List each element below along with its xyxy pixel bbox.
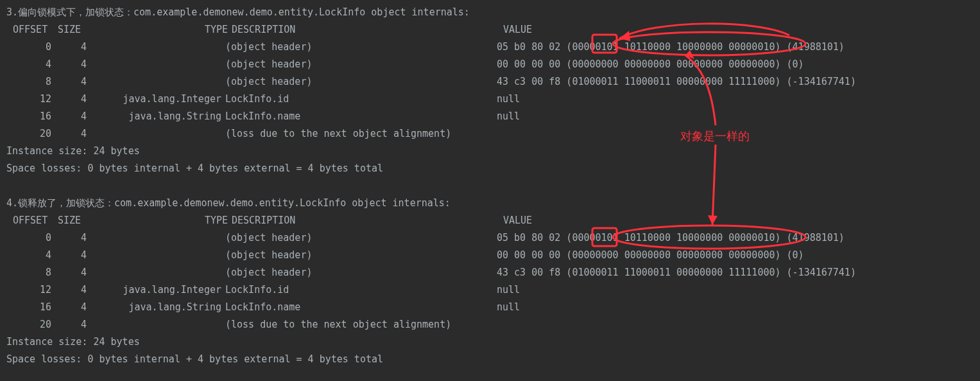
table-row: 164java.lang.StringLockInfo.namenull bbox=[6, 299, 974, 316]
blank-line bbox=[6, 177, 974, 195]
cell-desc: (object header) bbox=[225, 264, 497, 281]
block-title: 3.偏向锁模式下，加锁状态：com.example.demonew.demo.e… bbox=[6, 6, 470, 18]
cell-offset: 8 bbox=[6, 73, 51, 91]
table-row: 84(object header)43 c3 00 f8 (01000011 1… bbox=[6, 264, 974, 281]
cell-value: null bbox=[497, 299, 520, 316]
footer-line: Space losses: 0 bytes internal + 4 bytes… bbox=[6, 351, 974, 368]
table-row: 04(object header)05 b0 80 02 (00000101 1… bbox=[6, 229, 974, 247]
block-title-line: 3.偏向锁模式下，加锁状态：com.example.demonew.demo.e… bbox=[6, 4, 974, 21]
hdr-offset: OFFSET bbox=[6, 21, 58, 39]
table-row: 44(object header)00 00 00 00 (00000000 0… bbox=[6, 247, 974, 264]
table-header: OFFSETSIZETYPEDESCRIPTIONVALUE bbox=[6, 212, 974, 229]
cell-desc: LockInfo.id bbox=[225, 91, 497, 108]
table-row: 164java.lang.StringLockInfo.namenull bbox=[6, 108, 974, 125]
cell-size: 4 bbox=[51, 39, 87, 56]
footer-instance-size: Instance size: 24 bytes bbox=[6, 336, 140, 348]
cell-type: java.lang.String bbox=[87, 299, 225, 316]
footer-space-losses: Space losses: 0 bytes internal + 4 bytes… bbox=[6, 163, 383, 174]
cell-desc: (object header) bbox=[225, 229, 497, 247]
hdr-desc: DESCRIPTION bbox=[232, 21, 503, 39]
cell-size: 4 bbox=[51, 316, 87, 333]
cell-size: 4 bbox=[51, 73, 87, 91]
cell-offset: 16 bbox=[6, 299, 51, 316]
footer-line: Instance size: 24 bytes bbox=[6, 143, 974, 160]
table-row: 204(loss due to the next object alignmen… bbox=[6, 125, 974, 143]
cell-desc: (loss due to the next object alignment) bbox=[225, 125, 497, 143]
table-row: 44(object header)00 00 00 00 (00000000 0… bbox=[6, 56, 974, 73]
hdr-type: TYPE bbox=[93, 21, 232, 39]
cell-desc: (object header) bbox=[225, 247, 497, 264]
hdr-value: VALUE bbox=[503, 212, 532, 229]
cell-size: 4 bbox=[51, 264, 87, 281]
cell-desc: LockInfo.id bbox=[225, 281, 497, 299]
cell-type: java.lang.Integer bbox=[87, 281, 225, 299]
hdr-value: VALUE bbox=[503, 21, 532, 39]
cell-value: 05 b0 80 02 (00000101 10110000 10000000 … bbox=[497, 229, 845, 247]
cell-offset: 0 bbox=[6, 39, 51, 56]
cell-value: null bbox=[497, 108, 520, 125]
cell-size: 4 bbox=[51, 299, 87, 316]
cell-value: null bbox=[497, 91, 520, 108]
cell-desc: (object header) bbox=[225, 73, 497, 91]
cell-value: null bbox=[497, 281, 520, 299]
cell-value: 05 b0 80 02 (00000101 10110000 10000000 … bbox=[497, 39, 845, 56]
cell-size: 4 bbox=[51, 281, 87, 299]
table-header: OFFSETSIZETYPEDESCRIPTIONVALUE bbox=[6, 21, 974, 39]
cell-size: 4 bbox=[51, 247, 87, 264]
terminal-output: 3.偏向锁模式下，加锁状态：com.example.demonew.demo.e… bbox=[0, 0, 980, 375]
table-row: 04(object header)05 b0 80 02 (00000101 1… bbox=[6, 39, 974, 56]
footer-line: Instance size: 24 bytes bbox=[6, 333, 974, 351]
cell-size: 4 bbox=[51, 56, 87, 73]
cell-value: 00 00 00 00 (00000000 00000000 00000000 … bbox=[497, 247, 804, 264]
cell-value: 00 00 00 00 (00000000 00000000 00000000 … bbox=[497, 56, 804, 73]
cell-type: java.lang.String bbox=[87, 108, 225, 125]
block-title: 4.锁释放了，加锁状态：com.example.demonew.demo.ent… bbox=[6, 197, 451, 209]
cell-desc: LockInfo.name bbox=[225, 108, 497, 125]
cell-offset: 4 bbox=[6, 247, 51, 264]
block-title-line: 4.锁释放了，加锁状态：com.example.demonew.demo.ent… bbox=[6, 195, 974, 212]
cell-desc: (object header) bbox=[225, 39, 497, 56]
footer-space-losses: Space losses: 0 bytes internal + 4 bytes… bbox=[6, 353, 383, 365]
cell-value: 43 c3 00 f8 (01000011 11000011 00000000 … bbox=[497, 73, 856, 91]
cell-value: 43 c3 00 f8 (01000011 11000011 00000000 … bbox=[497, 264, 856, 281]
hdr-size: SIZE bbox=[58, 21, 93, 39]
table-row: 124java.lang.IntegerLockInfo.idnull bbox=[6, 91, 974, 108]
table-row: 204(loss due to the next object alignmen… bbox=[6, 316, 974, 333]
table-row: 124java.lang.IntegerLockInfo.idnull bbox=[6, 281, 974, 299]
cell-offset: 20 bbox=[6, 125, 51, 143]
hdr-size: SIZE bbox=[58, 212, 93, 229]
cell-offset: 12 bbox=[6, 91, 51, 108]
cell-desc: (object header) bbox=[225, 56, 497, 73]
cell-size: 4 bbox=[51, 125, 87, 143]
cell-offset: 12 bbox=[6, 281, 51, 299]
cell-desc: LockInfo.name bbox=[225, 299, 497, 316]
hdr-desc: DESCRIPTION bbox=[232, 212, 503, 229]
cell-desc: (loss due to the next object alignment) bbox=[225, 316, 497, 333]
hdr-offset: OFFSET bbox=[6, 212, 58, 229]
footer-instance-size: Instance size: 24 bytes bbox=[6, 145, 140, 157]
cell-offset: 20 bbox=[6, 316, 51, 333]
cell-type: java.lang.Integer bbox=[87, 91, 225, 108]
cell-size: 4 bbox=[51, 229, 87, 247]
cell-offset: 4 bbox=[6, 56, 51, 73]
table-row: 84(object header)43 c3 00 f8 (01000011 1… bbox=[6, 73, 974, 91]
hdr-type: TYPE bbox=[93, 212, 232, 229]
cell-offset: 16 bbox=[6, 108, 51, 125]
cell-offset: 8 bbox=[6, 264, 51, 281]
cell-size: 4 bbox=[51, 108, 87, 125]
cell-offset: 0 bbox=[6, 229, 51, 247]
cell-size: 4 bbox=[51, 91, 87, 108]
footer-line: Space losses: 0 bytes internal + 4 bytes… bbox=[6, 160, 974, 177]
